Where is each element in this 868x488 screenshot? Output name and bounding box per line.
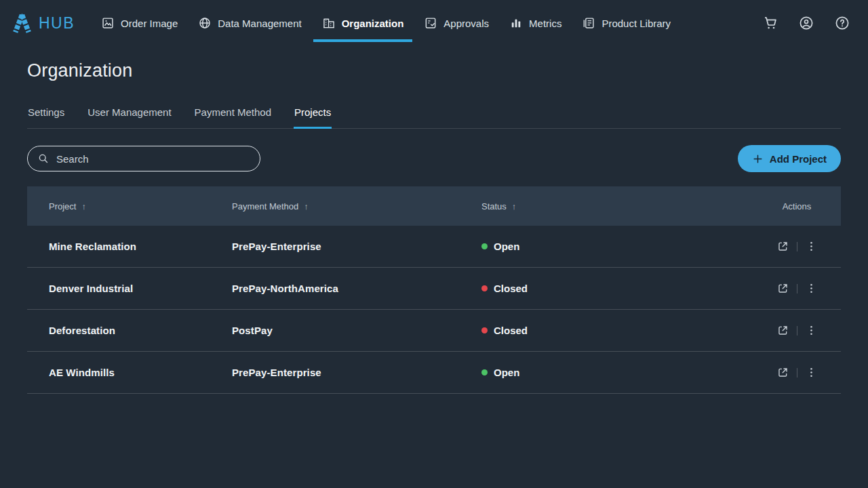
- projects-table: Project ↑ Payment Method ↑ Status ↑ Acti…: [27, 186, 841, 394]
- kebab-menu-icon: [805, 324, 818, 337]
- nav-item-label: Organization: [342, 18, 404, 29]
- page-content: Organization Settings User Management Pa…: [0, 60, 868, 394]
- nav-item-label: Product Library: [601, 18, 671, 29]
- actions-divider: [797, 242, 797, 251]
- search-box: [27, 146, 260, 171]
- row-actions: [774, 239, 819, 254]
- search-icon: [37, 152, 50, 165]
- cart-button[interactable]: [762, 15, 778, 31]
- hub-logo[interactable]: HUB: [11, 12, 75, 34]
- payment-method: PrePay-NorthAmerica: [232, 283, 481, 294]
- row-menu-button[interactable]: [804, 365, 819, 380]
- tab-user-management[interactable]: User Management: [87, 98, 172, 128]
- open-project-button[interactable]: [775, 365, 791, 380]
- navbar-actions: [762, 15, 850, 31]
- status-badge: Closed: [481, 325, 774, 336]
- kebab-menu-icon: [805, 366, 818, 379]
- table-header: Project ↑ Payment Method ↑ Status ↑ Acti…: [27, 186, 841, 226]
- table-row: Deforestation PostPay Closed: [27, 310, 841, 352]
- open-project-button[interactable]: [775, 323, 791, 338]
- status-badge: Open: [481, 367, 774, 378]
- project-name: Deforestation: [49, 325, 232, 336]
- status-dot: [481, 327, 488, 333]
- status-label: Open: [494, 367, 519, 378]
- kebab-menu-icon: [805, 240, 818, 253]
- status-dot: [481, 243, 488, 249]
- open-project-button[interactable]: [775, 281, 791, 296]
- tab-payment-method[interactable]: Payment Method: [194, 98, 272, 128]
- nav-item-label: Data Management: [218, 18, 301, 29]
- tab-projects[interactable]: Projects: [294, 98, 332, 128]
- payment-method: PostPay: [232, 325, 481, 336]
- column-header-actions: Actions: [774, 201, 819, 211]
- open-project-button[interactable]: [775, 239, 791, 254]
- column-header-status[interactable]: Status ↑: [481, 201, 774, 211]
- globe-icon: [198, 16, 212, 30]
- plus-icon: [752, 153, 764, 165]
- bar-chart-icon: [509, 16, 523, 30]
- column-header-payment-method[interactable]: Payment Method ↑: [232, 201, 481, 211]
- status-label: Closed: [494, 325, 528, 336]
- nav-item-metrics[interactable]: Metrics: [499, 0, 572, 46]
- mountain-peak-icon: [11, 12, 33, 34]
- nav-item-approvals[interactable]: Approvals: [414, 0, 499, 46]
- table-row: Mine Reclamation PrePay-Enterprise Open: [27, 226, 841, 268]
- status-dot: [481, 369, 488, 375]
- actions-divider: [797, 326, 797, 336]
- search-input[interactable]: [56, 153, 250, 165]
- nav-item-label: Order Image: [121, 18, 178, 29]
- top-navbar: HUB Order Image Data Management: [0, 0, 868, 46]
- add-project-label: Add Project: [770, 153, 827, 165]
- open-in-new-icon: [776, 366, 789, 379]
- row-menu-button[interactable]: [804, 239, 819, 254]
- building-icon: [322, 16, 336, 30]
- tab-settings[interactable]: Settings: [27, 98, 65, 128]
- row-actions: [774, 323, 819, 338]
- approvals-checklist-icon: [424, 16, 437, 30]
- status-badge: Closed: [481, 283, 774, 294]
- brand-name: HUB: [39, 14, 75, 33]
- help-button[interactable]: [834, 15, 850, 31]
- row-actions: [774, 365, 819, 380]
- primary-nav: Order Image Data Management: [91, 0, 681, 46]
- status-label: Closed: [494, 283, 528, 294]
- status-label: Open: [494, 241, 519, 252]
- table-row: AE Windmills PrePay-Enterprise Open: [27, 352, 841, 394]
- projects-toolbar: Add Project: [27, 145, 841, 172]
- image-icon: [101, 16, 115, 30]
- status-dot: [481, 285, 488, 291]
- sort-arrow-icon: ↑: [81, 201, 86, 211]
- payment-method: PrePay-Enterprise: [232, 367, 481, 378]
- cart-icon: [762, 15, 778, 31]
- nav-item-organization[interactable]: Organization: [312, 0, 414, 46]
- nav-item-label: Approvals: [443, 18, 489, 29]
- add-project-button[interactable]: Add Project: [738, 145, 841, 172]
- status-badge: Open: [481, 241, 774, 252]
- actions-divider: [797, 284, 797, 293]
- open-in-new-icon: [776, 324, 789, 337]
- library-icon: [582, 16, 595, 30]
- open-in-new-icon: [776, 282, 789, 295]
- project-name: Mine Reclamation: [49, 241, 232, 252]
- nav-item-label: Metrics: [529, 18, 561, 29]
- project-name: AE Windmills: [49, 367, 232, 378]
- nav-item-order-image[interactable]: Order Image: [91, 0, 188, 46]
- help-icon: [834, 15, 850, 31]
- row-actions: [774, 281, 819, 296]
- nav-item-product-library[interactable]: Product Library: [572, 0, 681, 46]
- actions-divider: [797, 368, 797, 378]
- table-row: Denver Industrial PrePay-NorthAmerica Cl…: [27, 268, 841, 310]
- account-button[interactable]: [798, 15, 814, 31]
- kebab-menu-icon: [805, 282, 818, 295]
- row-menu-button[interactable]: [804, 323, 819, 338]
- column-header-project[interactable]: Project ↑: [49, 201, 232, 211]
- payment-method: PrePay-Enterprise: [232, 241, 481, 252]
- org-tabs: Settings User Management Payment Method …: [27, 98, 841, 129]
- row-menu-button[interactable]: [804, 281, 819, 296]
- open-in-new-icon: [776, 240, 789, 253]
- sort-arrow-icon: ↑: [512, 201, 517, 211]
- page-title: Organization: [27, 60, 841, 81]
- account-icon: [798, 15, 814, 31]
- nav-item-data-management[interactable]: Data Management: [188, 0, 311, 46]
- sort-arrow-icon: ↑: [304, 201, 309, 211]
